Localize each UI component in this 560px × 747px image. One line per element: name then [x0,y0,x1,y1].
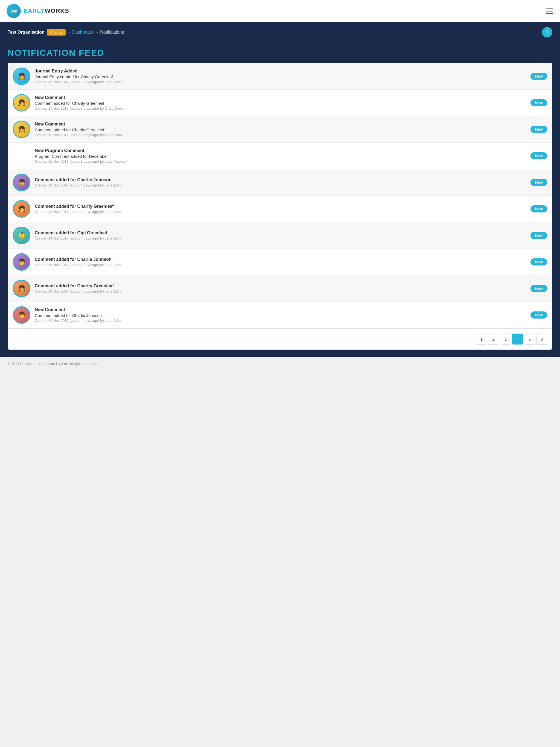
avatar-image: 👧 [14,68,29,84]
avatar: 👧 [13,121,30,138]
avatar: 👦 [13,253,30,271]
notification-description: Comment added for Charity Greenleaf [35,284,526,288]
notification-content: New CommentComment added for Charity Gre… [35,95,526,110]
notification-item[interactable]: 👦New CommentComment added for Charlie Jo… [8,302,552,328]
new-badge: New [531,311,547,318]
notification-item[interactable]: 👧New CommentComment added for Charity Gr… [8,116,552,143]
notification-meta: Created 15 Nov 2017 (about 3 days ago) b… [35,159,526,163]
hamburger-menu[interactable] [546,8,554,14]
notification-description: Comment added for Charlie Johnson [35,257,526,262]
notification-description: Comment added for Gigi Greenleaf [35,231,526,235]
main-content: NOTIFICATION FEED 👧Journal Entry AddedJo… [0,42,560,357]
notification-item[interactable]: 👧Comment added for Charity GreenleafCrea… [8,275,552,302]
avatar-image: 👧 [14,121,29,137]
notification-item[interactable]: New Program CommentProgram Comment added… [8,143,552,169]
notification-content: Comment added for Charlie JohnsonCreated… [35,177,526,187]
avatar-image: 👧 [14,201,29,217]
page-button-1[interactable]: 1 [476,334,487,344]
notification-meta: Created 14 Nov 2017 (about 4 days ago) b… [35,183,526,187]
notification-meta: Created 15 Nov 2017 (about 3 days ago) b… [35,106,526,110]
org-name: Test Organisation [8,30,45,35]
notification-meta: Created 15 Nov 2017 (about 3 days ago) b… [35,133,526,137]
page-title: NOTIFICATION FEED [8,48,552,58]
notification-description: Journal Entry created for Charity Greenl… [35,74,526,79]
avatar: 👧 [13,94,30,111]
logo-icon: ew [6,4,21,18]
avatar-image: 👧 [14,95,29,111]
avatar: 👧 [13,200,30,217]
notification-item[interactable]: 👧Comment added for Charity GreenleafCrea… [8,196,552,222]
new-badge: New [531,285,547,292]
avatar-image: 👦 [14,307,29,323]
notification-meta: Created 14 Nov 2017 (about 4 days ago) b… [35,263,526,267]
page-button-2[interactable]: 2 [488,334,499,344]
dashboard-link[interactable]: Dashboard [72,30,94,35]
avatar: 👧 [13,68,30,85]
notification-title: New Comment [35,122,526,127]
avatar-image: 👧 [14,281,29,297]
new-badge: New [531,152,547,159]
help-button[interactable]: ? [542,27,552,37]
footer-text: © 2017 EarlyWorks Education Pty Ltd. All… [8,362,98,366]
notification-content: New Program CommentProgram Comment added… [35,148,526,163]
avatar: 👶 [13,227,30,244]
new-badge: New [531,126,547,133]
notification-item[interactable]: 👧New CommentComment added for Charity Gr… [8,90,552,116]
notification-meta: Created 14 Nov 2017 (about 4 days ago) b… [35,289,526,293]
notification-content: Comment added for Charity GreenleafCreat… [35,284,526,293]
new-badge: New [531,73,547,80]
notification-item[interactable]: 👦Comment added for Charlie JohnsonCreate… [8,249,552,275]
new-badge: New [531,232,547,239]
notification-description: Comment added for Charity Greenleaf [35,127,526,132]
new-badge: New [531,99,547,106]
avatar: 👦 [13,174,30,191]
avatar-image: 👦 [14,175,29,190]
notification-description: Comment added for Charlie Johnson [35,313,526,318]
notification-meta: Created 14 Nov 2017 (about 4 days ago) b… [35,236,526,240]
nav-bar: Test Organisation Change » Dashboard » N… [0,22,560,42]
change-org-button[interactable]: Change [47,29,66,35]
notification-content: New CommentComment added for Charlie Joh… [35,307,526,323]
notification-content: Comment added for Gigi GreenleafCreated … [35,231,526,240]
new-badge: New [531,179,547,186]
notification-content: Comment added for Charity GreenleafCreat… [35,204,526,214]
avatar-empty [13,147,30,164]
notification-description: Comment added for Charity Greenleaf [35,204,526,209]
avatar: 👧 [13,280,30,297]
page-button-6[interactable]: 6 [536,334,547,344]
new-badge: New [531,258,547,265]
notification-description: Comment added for Charity Greenleaf [35,101,526,106]
footer: © 2017 EarlyWorks Education Pty Ltd. All… [0,357,560,370]
pagination-row: 123456 [8,328,552,350]
notification-item[interactable]: 👶Comment added for Gigi GreenleafCreated… [8,222,552,249]
notification-title: Journal Entry Added [35,69,526,74]
notification-content: Comment added for Charlie JohnsonCreated… [35,257,526,267]
page-button-4[interactable]: 4 [512,334,523,344]
top-header: ew EARLYWORKS [0,0,560,22]
breadcrumb: Test Organisation Change » Dashboard » N… [8,29,124,35]
notification-meta: Created 14 Nov 2017 (about 4 days ago) b… [35,210,526,214]
breadcrumb-separator-1: » [68,30,70,34]
notification-item[interactable]: 👧Journal Entry AddedJournal Entry create… [8,63,552,90]
notification-item[interactable]: 👦Comment added for Charlie JohnsonCreate… [8,169,552,196]
page-button-3[interactable]: 3 [500,334,511,344]
notification-meta: Created 15 Nov 2017 (about 3 days ago) b… [35,80,526,84]
notification-title: New Comment [35,307,526,312]
new-badge: New [531,205,547,212]
breadcrumb-separator-2: » [96,30,98,34]
notification-meta: Created 14 Nov 2017 (about 4 days ago) b… [35,318,526,323]
notification-description: Comment added for Charlie Johnson [35,177,526,182]
avatar-image: 👦 [14,254,29,270]
current-page-label: Notifications [100,30,124,35]
avatar-image: 👶 [14,228,29,243]
logo-text: EARLYWORKS [24,7,69,15]
notification-content: Journal Entry AddedJournal Entry created… [35,69,526,84]
notification-title: New Program Comment [35,148,526,153]
logo-area: ew EARLYWORKS [6,4,69,18]
notification-list: 👧Journal Entry AddedJournal Entry create… [8,63,552,350]
avatar: 👦 [13,306,30,324]
page-button-5[interactable]: 5 [524,334,535,344]
notification-title: New Comment [35,95,526,100]
notification-description: Program Comment added for December [35,154,526,159]
notification-content: New CommentComment added for Charity Gre… [35,122,526,137]
